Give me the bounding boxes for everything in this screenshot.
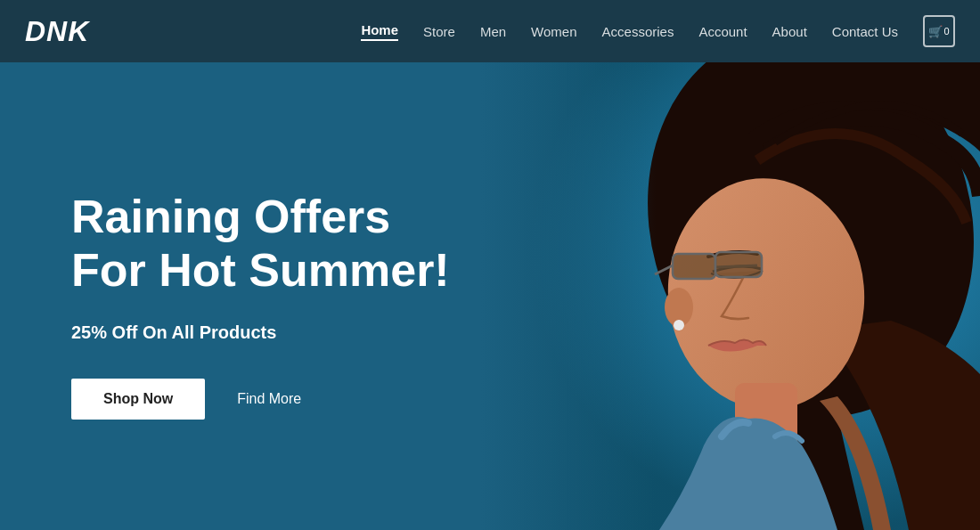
- nav-item-men[interactable]: Men: [480, 24, 506, 39]
- cart-count: 0: [943, 26, 949, 37]
- nav-item-account[interactable]: Account: [698, 24, 747, 39]
- hero-section: Raining Offers For Hot Summer! 25% Off O…: [0, 62, 980, 530]
- svg-rect-11: [481, 62, 980, 530]
- nav-item-store[interactable]: Store: [423, 24, 455, 39]
- nav-item-home[interactable]: Home: [361, 22, 398, 41]
- nav-item-accessories[interactable]: Accessories: [602, 24, 674, 39]
- navigation: Home Store Men Women Accessories Account…: [361, 15, 955, 47]
- cart-button[interactable]: 🛒 0: [923, 15, 955, 47]
- shop-now-button[interactable]: Shop Now: [71, 379, 205, 420]
- hero-title-line1: Raining Offers: [71, 191, 390, 242]
- hero-title-line2: For Hot Summer!: [71, 244, 450, 296]
- nav-item-about[interactable]: About: [772, 24, 807, 39]
- nav-item-contact[interactable]: Contact Us: [832, 24, 898, 39]
- hero-title: Raining Offers For Hot Summer!: [71, 191, 450, 298]
- hero-buttons: Shop Now Find More: [71, 379, 450, 420]
- nav-item-women[interactable]: Women: [531, 24, 576, 39]
- logo: DNK: [25, 15, 89, 48]
- hero-subtitle: 25% Off On All Products: [71, 322, 450, 343]
- header: DNK Home Store Men Women Accessories Acc…: [0, 0, 980, 62]
- find-more-button[interactable]: Find More: [237, 391, 301, 407]
- hero-image: [481, 62, 980, 530]
- cart-icon: 🛒: [928, 25, 943, 38]
- hero-content: Raining Offers For Hot Summer! 25% Off O…: [0, 173, 450, 420]
